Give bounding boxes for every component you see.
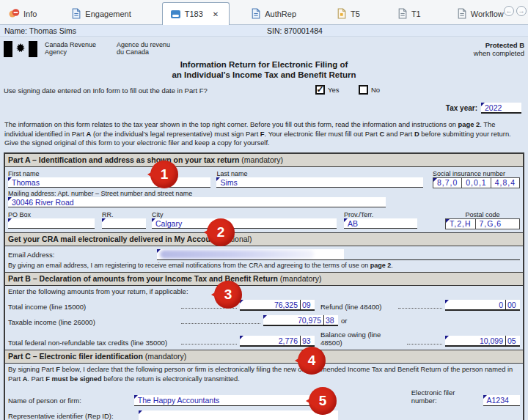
document-icon — [250, 8, 261, 19]
next-tab-icon[interactable]: → — [516, 6, 527, 16]
part-a-body: First name Thomas Last name Sims Social … — [5, 167, 523, 233]
yes-checkbox[interactable]: ✓ — [315, 85, 325, 95]
rep-id-field[interactable] — [139, 410, 338, 420]
agency-name-fr: Agence du revenudu Canada — [117, 41, 170, 56]
tab-label: T1 — [411, 10, 421, 18]
callout-badge-4: 4 — [298, 347, 326, 375]
callout-badge-5: 5 — [309, 387, 337, 415]
tab-label: Engagement — [85, 10, 131, 18]
sin-field-label: Social insurance number — [433, 170, 520, 177]
document-icon — [397, 8, 408, 19]
callout-badge-2: 2 — [207, 218, 235, 246]
city-label: City — [152, 211, 344, 218]
prev-tab-icon[interactable]: ← — [504, 6, 514, 16]
po-box-field[interactable] — [8, 218, 95, 229]
balance-owing-field[interactable]: 10,09905 — [445, 336, 520, 347]
checkmark-icon: ✓ — [316, 84, 323, 95]
rr-label: RR. — [102, 211, 152, 218]
agency-name-en: Canada RevenueAgency — [45, 41, 96, 56]
amount-row-label: Balance owing (line 48500) — [315, 331, 404, 347]
tab-label: AuthRep — [265, 10, 296, 18]
tab-t1[interactable]: T1 — [389, 4, 431, 24]
callout-badge-1: 1 — [150, 161, 178, 188]
first-name-label: First name — [8, 170, 216, 177]
tab-label: Workflow — [471, 10, 504, 18]
part-a-header: Part A – Identification and address as s… — [5, 154, 523, 167]
signing-date-question: Use signing date entered on Info form to… — [4, 86, 208, 95]
sin-label: SIN: — [267, 26, 282, 35]
tab-bar: Info Engagement T183 ✕ AuthRep T5 — [0, 0, 528, 25]
postal-code-label: Postal code — [445, 211, 520, 218]
postal-code-field[interactable]: T,2,H 7,G,6 — [445, 218, 520, 229]
intro-paragraph: The information on this form relates to … — [4, 120, 524, 149]
part-b-body: Enter the following amounts from your re… — [5, 286, 523, 350]
tab-t5[interactable]: T5 — [329, 4, 370, 24]
tab-label: T5 — [351, 10, 360, 18]
taxable-income-field[interactable]: 70,97538 — [263, 315, 338, 326]
taxpayer-sin: 870001484 — [284, 26, 323, 35]
po-box-label: PO Box — [8, 211, 102, 218]
tab-nav: ← → — [504, 6, 527, 16]
cra-mail-header: Get your CRA mail electronically deliver… — [5, 233, 523, 246]
or-label: or — [338, 317, 350, 326]
last-name-label: Last name — [216, 170, 432, 177]
part-c-body: By signing Part F below, I declare that … — [5, 364, 523, 420]
last-name-field[interactable]: Sims — [216, 177, 423, 188]
canada-flag-icon — [4, 41, 37, 57]
mailing-address-field[interactable]: 30046 River Road — [8, 197, 386, 207]
rep-id-label: Representative identifier (Rep ID): — [8, 412, 139, 420]
tab-label: T183 — [185, 10, 203, 18]
tax-year-label: Tax year: — [446, 104, 477, 112]
close-tab-icon[interactable]: ✕ — [213, 10, 219, 18]
document-t5-icon — [336, 8, 347, 19]
name-label: Name: — [4, 26, 27, 35]
taxpayer-bar: Name: Thomas Sims SIN: 870001484 — [0, 25, 528, 37]
info-tab-icon — [9, 8, 20, 19]
email-label: Email Address: — [8, 251, 54, 260]
mailing-address-label: Mailing address: Apt. number – Street nu… — [8, 190, 520, 197]
amount-row-label: Taxable income (line 26000) — [8, 318, 178, 326]
no-label: No — [371, 86, 380, 94]
document-icon — [456, 8, 467, 19]
part-c-declaration: By signing Part F below, I declare that … — [8, 365, 520, 383]
tab-engagement[interactable]: Engagement — [63, 4, 141, 24]
prov-field[interactable]: AB — [344, 218, 417, 229]
total-income-field[interactable]: 76,32509 — [240, 300, 315, 311]
part-b-instruction: Enter the following amounts from your re… — [8, 287, 520, 295]
amount-row-label: Refund (line 48400) — [315, 303, 395, 311]
rr-field[interactable] — [102, 218, 146, 229]
part-c-header: Part C – Electronic filer identification… — [5, 350, 523, 364]
form-title: Information Return for Electronic Filing… — [4, 59, 524, 81]
email-redacted-blur — [160, 250, 314, 259]
city-field[interactable]: Calgary — [152, 218, 337, 229]
document-icon — [70, 8, 81, 19]
signing-date-question-row: Use signing date entered on Info form to… — [4, 86, 524, 98]
protected-b-label: Protected B when completed — [474, 41, 524, 58]
prov-label: Prov./Terr. — [344, 211, 425, 218]
tax-year-field[interactable]: 2022 — [481, 103, 521, 114]
tab-authrep[interactable]: AuthRep — [243, 4, 307, 24]
nonrefundable-credits-field[interactable]: 2,77693 — [240, 336, 315, 347]
email-field[interactable] — [157, 249, 344, 260]
no-checkbox[interactable] — [359, 85, 368, 95]
amount-row-label: Total federal non-refundable tax credits… — [8, 339, 178, 347]
firm-name-field[interactable]: The Happy Accountants — [134, 395, 327, 406]
refund-field[interactable]: 000 — [445, 300, 520, 311]
tab-t183[interactable]: T183 ✕ — [162, 2, 230, 25]
first-name-field[interactable]: Thomas — [8, 177, 210, 188]
form-body: Part A – Identification and address as s… — [4, 152, 524, 420]
taxpayer-name: Thomas Sims — [29, 26, 76, 35]
amount-row-label: Total income (line 15000) — [8, 303, 178, 311]
yes-label: Yes — [328, 86, 340, 94]
email-consent-note: By giving an email address, I am registe… — [8, 262, 520, 269]
tax-year-row: Tax year: 2022 — [4, 103, 521, 114]
efiler-number-label: Electronic filer number: — [411, 388, 480, 406]
cra-mail-body: Email Address: By giving an email addres… — [5, 246, 523, 273]
form-icon — [170, 9, 181, 20]
firm-name-label: Name of person or firm: — [8, 397, 134, 406]
tab-info[interactable]: Info — [1, 4, 47, 24]
sin-field[interactable]: 8,7,0 0,0,1 4,8,4 — [433, 177, 520, 188]
efiler-number-field[interactable]: A1234 — [483, 395, 520, 406]
app-window: Info Engagement T183 ✕ AuthRep T5 — [0, 0, 528, 420]
t183-form: Canada RevenueAgency Agence du revenudu … — [0, 37, 528, 420]
